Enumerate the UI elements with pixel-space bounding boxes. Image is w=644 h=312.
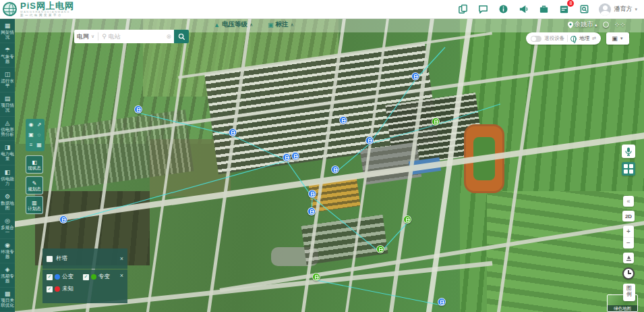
user-menu[interactable]: 潘育方 ▾ <box>599 3 637 16</box>
sidebar-item-environment[interactable]: ◉环境专题 <box>0 239 15 263</box>
sidebar-item-multi-plan[interactable]: ◎多规合一 <box>0 214 15 238</box>
divider <box>98 32 98 41</box>
public-transformer-marker[interactable] <box>411 72 419 80</box>
sidebar-item-grid-status[interactable]: ▦网架情况 <box>0 19 15 43</box>
compass-tool-icon[interactable]: ◉ <box>29 122 34 128</box>
dedicated-transformer-marker[interactable] <box>403 215 411 224</box>
annotation-dropdown[interactable]: ▣ 标注 ∧ <box>268 20 294 29</box>
notification-badge: 8 <box>567 0 574 7</box>
tower-label: 杆塔 <box>56 255 67 263</box>
history-clock-button[interactable] <box>622 267 635 280</box>
sidebar-item-power-quantity[interactable]: ◨电力电量 <box>0 141 15 165</box>
search-button[interactable] <box>174 30 189 43</box>
chat-icon[interactable] <box>477 3 489 15</box>
public-transformer-marker[interactable] <box>365 136 374 145</box>
public-transformer-marker[interactable] <box>438 298 446 306</box>
top-header: PiS网上电网 WANGSHANGDIANWANG 新一代电网发展平台 <box>0 0 644 19</box>
operation-icon: ◫ <box>5 72 11 78</box>
public-transformer-marker[interactable] <box>229 128 237 136</box>
planning-state-button[interactable]: ✎ 规划态 <box>26 176 43 194</box>
plan-state-icon: ▥ <box>32 200 37 206</box>
public-transformer-marker[interactable] <box>339 116 347 124</box>
clipboard-search-icon[interactable] <box>579 3 590 15</box>
info-icon[interactable] <box>498 3 509 15</box>
transformer-icon <box>406 217 409 222</box>
geography-label[interactable]: 地理 <box>579 35 589 42</box>
trend-tool-icon[interactable]: ⇗ <box>37 122 42 128</box>
close-icon[interactable]: × <box>120 255 123 262</box>
public-transformer-marker[interactable] <box>134 105 142 113</box>
sidebar-item-project-optimization[interactable]: ▩项目关联优化 <box>0 288 15 312</box>
retired-devices-label: 退役设备 <box>544 35 564 42</box>
collapse-panel-button[interactable]: « <box>623 196 634 207</box>
dedicated-transformer-marker[interactable] <box>376 245 384 253</box>
street-view-button[interactable] <box>623 253 634 263</box>
public-transformer-marker[interactable] <box>283 153 291 161</box>
list-tool-icon[interactable]: ≡ <box>30 142 33 148</box>
zoom-control: + − <box>623 226 634 249</box>
2d-mode-button[interactable]: 2D <box>622 211 635 222</box>
chevron-down-icon: ▼ <box>620 36 624 41</box>
select-area-tool-icon[interactable]: ▣ <box>28 132 34 138</box>
map-edit-tool-panel: ◉ ⇗ ▣ ◌ ≡ ▦ <box>26 119 45 151</box>
voice-search-button[interactable] <box>622 145 635 158</box>
user-avatar <box>599 3 611 16</box>
sidebar-item-supply-analysis[interactable]: ◬供电形势分析 <box>0 117 15 141</box>
circle-select-tool-icon[interactable]: ◌ <box>38 132 41 138</box>
transformer-icon <box>414 74 417 79</box>
voltage-level-dropdown[interactable]: ▲ 电压等级 ∧ <box>214 20 253 29</box>
supply-capacity-icon: ◧ <box>5 170 11 176</box>
public-transformer-marker[interactable] <box>308 207 316 215</box>
city-selector[interactable]: 余姚市 ▴ <box>568 20 597 29</box>
chevron-up-icon: ∧ <box>250 22 253 28</box>
public-transformer-marker[interactable] <box>308 190 316 198</box>
search-category-select[interactable]: 电网 <box>77 32 89 41</box>
public-transformer-checkbox[interactable]: ✓ <box>47 274 53 280</box>
calendar-alert-icon[interactable]: 8 <box>558 3 570 15</box>
sidebar-item-data-map[interactable]: ⚙数据地图 <box>0 190 15 214</box>
transformer-icon <box>311 192 314 197</box>
sidebar-item-weather[interactable]: ☂气象专题 <box>0 43 15 68</box>
public-transformer-marker[interactable] <box>59 215 67 224</box>
retired-devices-toggle[interactable] <box>531 36 541 42</box>
zoom-in-button[interactable]: + <box>623 226 634 238</box>
dedicated-transformer-marker[interactable] <box>312 273 320 281</box>
dedicated-transformer-checkbox[interactable]: ✓ <box>83 274 89 280</box>
swap-icon[interactable]: ⇄ <box>592 36 596 41</box>
transformer-icon <box>137 107 140 112</box>
apps-grid-button[interactable] <box>622 162 635 176</box>
grid-tool-icon[interactable]: ▦ <box>36 142 42 148</box>
current-state-button[interactable]: ◧ 现状态 <box>26 155 43 174</box>
legend-item-unknown: ✓ 未知 <box>47 285 74 293</box>
legend-toggle-button[interactable]: 图例 <box>623 284 635 301</box>
zoom-out-button[interactable]: − <box>623 238 634 249</box>
sidebar-item-projects[interactable]: ▤项目情况 <box>0 93 15 117</box>
layers-button[interactable]: ▣ ▼ <box>606 32 629 45</box>
satellite-map[interactable]: ▲ 电压等级 ∧ ▣ 标注 ∧ 电网 ∨ ⚲ ⊗ <box>15 19 644 312</box>
transformer-icon <box>285 155 289 160</box>
map-options-pill: 退役设备 地理 ⇄ <box>526 32 601 45</box>
dedicated-transformer-marker[interactable] <box>432 118 440 126</box>
transformer-icon <box>334 167 337 172</box>
sidebar-item-flood-season[interactable]: ◈汛期专题 <box>0 263 15 288</box>
public-transformer-marker[interactable] <box>291 152 299 160</box>
unknown-checkbox[interactable]: ✓ <box>47 286 53 292</box>
sidebar-item-operation-level[interactable]: ◫运行水平 <box>0 68 15 92</box>
weather-icon: ☂ <box>5 47 10 53</box>
brand-tagline: 新一代电网发展平台 <box>20 14 74 18</box>
announcement-icon[interactable] <box>518 3 529 15</box>
fullscreen-icon[interactable]: ⁘⁘ <box>614 20 625 29</box>
sidebar-item-supply-capacity[interactable]: ◧供电能力 <box>0 165 15 190</box>
locate-icon[interactable] <box>603 22 609 28</box>
briefcase-icon[interactable] <box>538 3 550 15</box>
plan-state-button[interactable]: ▥ 计划态 <box>26 196 43 214</box>
close-icon[interactable]: × <box>120 272 123 279</box>
public-transformer-marker[interactable] <box>331 165 339 174</box>
brand-logo[interactable]: PiS网上电网 WANGSHANGDIANWANG 新一代电网发展平台 <box>3 1 74 18</box>
clear-search-icon[interactable]: ⊗ <box>166 33 171 40</box>
environment-icon: ◉ <box>5 242 10 249</box>
search-input[interactable] <box>109 33 165 40</box>
tower-checkbox[interactable]: ✓ <box>47 256 53 262</box>
copy-document-icon[interactable] <box>457 3 469 15</box>
pegman-icon <box>626 255 632 261</box>
